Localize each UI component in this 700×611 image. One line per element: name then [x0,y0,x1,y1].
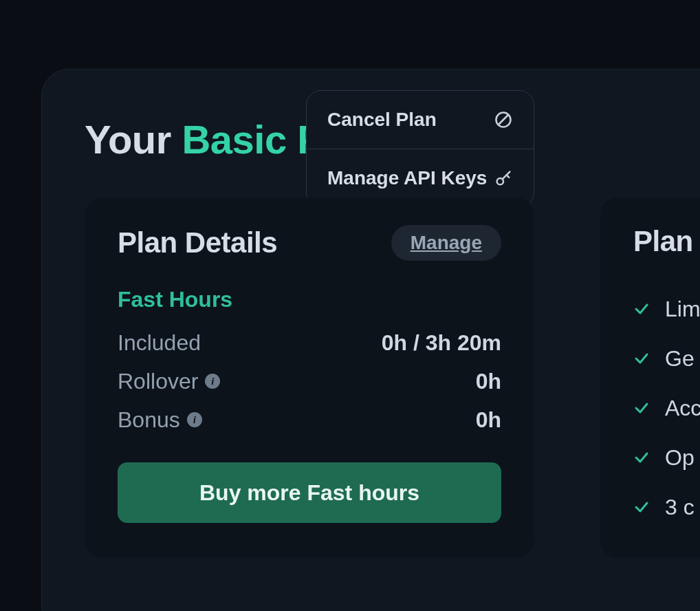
included-value: 0h / 3h 20m [382,323,501,362]
feature-label: Ge [665,334,694,383]
check-icon [633,449,650,466]
rollover-value: 0h [476,362,501,400]
feature-item: Lim [633,284,700,334]
check-icon [633,301,650,317]
feature-label: 3 c [665,482,694,532]
info-icon[interactable]: i [187,412,202,427]
page-title-lead: Your [85,117,182,162]
bonus-row: Bonus i 0h [118,400,501,439]
manage-plan-menu: Cancel Plan Manage API Keys [306,90,534,208]
feature-item: Acc [633,383,700,433]
included-row: Included 0h / 3h 20m [118,323,501,362]
buy-fast-hours-button[interactable]: Buy more Fast hours [118,462,501,523]
check-icon [633,400,650,416]
manage-button[interactable]: Manage [391,225,501,261]
plan-panel: Your Basic Plan Cancel Plan Manage API K… [41,69,700,611]
features-list: Lim Ge Acc Op [633,284,700,532]
bonus-value: 0h [476,400,501,439]
included-label: Included [118,323,201,362]
bonus-label: Bonus [118,400,180,439]
cancel-plan-item[interactable]: Cancel Plan [307,91,534,149]
check-icon [633,350,650,367]
cancel-icon [494,110,513,129]
cancel-plan-label: Cancel Plan [327,109,437,131]
plan-features-title: Plan F [633,225,700,258]
feature-item: Ge [633,334,700,383]
plan-features-card: Plan F Lim Ge Acc [600,197,700,558]
key-icon [494,169,513,188]
check-icon [633,499,650,515]
feature-item: 3 c [633,482,700,532]
svg-line-1 [499,115,508,125]
feature-label: Lim [665,284,700,334]
rollover-row: Rollover i 0h [118,362,501,400]
feature-item: Op [633,433,700,482]
plan-details-card: Plan Details Manage Fast Hours Included … [85,197,534,558]
plan-details-title: Plan Details [118,226,277,259]
fast-hours-heading: Fast Hours [118,287,501,312]
rollover-label: Rollover [118,362,198,400]
feature-label: Op [665,433,694,482]
manage-api-keys-label: Manage API Keys [327,167,487,189]
plan-details-header: Plan Details Manage [118,225,501,261]
feature-label: Acc [665,383,700,433]
info-icon[interactable]: i [205,374,220,389]
plan-features-header: Plan F [633,225,700,258]
